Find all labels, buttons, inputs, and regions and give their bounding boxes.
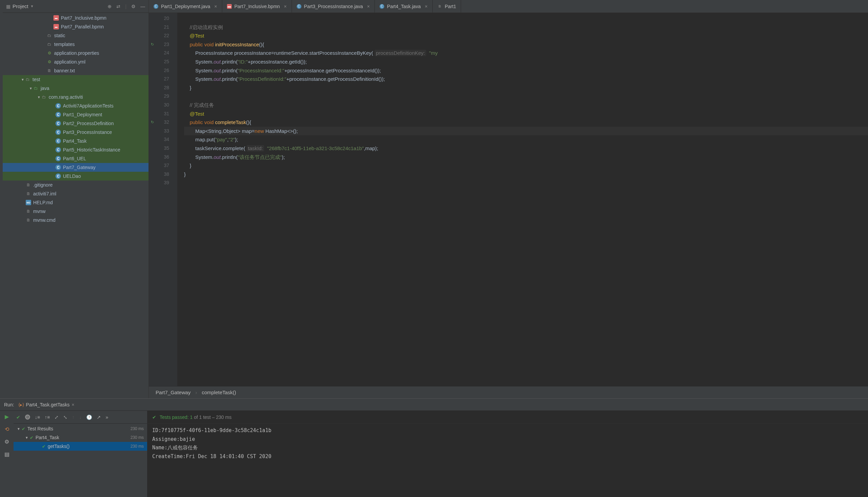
- tree-item[interactable]: CPart3_ProcessInstance: [3, 128, 149, 137]
- tree-item[interactable]: CActiviti7ApplicationTests: [3, 101, 149, 110]
- toggle-icon[interactable]: ⟲: [5, 426, 9, 432]
- editor-tab[interactable]: CPart3_ProcessInstance.java×: [292, 0, 375, 13]
- layout-icon[interactable]: ▤: [4, 451, 10, 457]
- close-icon[interactable]: ×: [367, 4, 370, 9]
- more-icon[interactable]: »: [106, 414, 108, 420]
- tests-info-label: of 1 test – 230 ms: [193, 414, 232, 420]
- test-tree-item[interactable]: ▼✔Part4_Task230 ms: [14, 433, 147, 442]
- tree-item[interactable]: 🗎mvnw.cmd: [3, 216, 149, 225]
- sort-down-icon[interactable]: ↓≡: [35, 414, 40, 420]
- tree-item[interactable]: 🗎mvnw: [3, 207, 149, 216]
- prev-icon[interactable]: ↑: [72, 414, 74, 420]
- rerun-icon[interactable]: ▶: [5, 413, 9, 420]
- gear-icon[interactable]: ⚙: [131, 4, 136, 9]
- tab-label: Part4_Task.java: [387, 4, 421, 9]
- tree-item[interactable]: ▼🗀java: [3, 84, 149, 93]
- run-panel: Run: ⟨▸⟩ Part4_Task.getTasks × ▶ ⟲ ⚙ ▤ ✔…: [0, 398, 868, 497]
- test-item-time: 230 ms: [130, 435, 144, 440]
- run-tab-label: Part4_Task.getTasks: [26, 402, 70, 408]
- chevron-icon: ▼: [37, 95, 41, 99]
- code-line: Map<String,Object> map=new HashMap<>();: [184, 127, 868, 136]
- tree-item[interactable]: 🗀templates: [3, 40, 149, 49]
- run-gutter-icon[interactable]: ↻: [151, 40, 154, 49]
- tree-item-label: Part1_Deployment: [63, 112, 102, 117]
- tree-item-label: Part3_ProcessInstance: [63, 129, 112, 135]
- code-line: System.out.println("ID:"+processInstance…: [184, 57, 868, 66]
- collapse-all-icon[interactable]: ⤡: [63, 414, 67, 420]
- minimize-icon[interactable]: —: [140, 4, 145, 9]
- editor-tab[interactable]: 🗎Part1: [433, 0, 461, 13]
- tree-item[interactable]: ▼🗀com.rang.activiti: [3, 93, 149, 101]
- close-icon[interactable]: ×: [72, 402, 74, 408]
- tree-item[interactable]: CPart6_UEL: [3, 154, 149, 163]
- breadcrumb-item[interactable]: completeTask(): [201, 389, 236, 395]
- next-icon[interactable]: ↓: [79, 414, 82, 420]
- show-passed-icon[interactable]: ✔: [16, 414, 20, 420]
- check-icon: ✔: [152, 414, 156, 420]
- code-line: [184, 179, 868, 187]
- tree-item[interactable]: CPart2_ProcessDefinition: [3, 119, 149, 128]
- expand-all-icon[interactable]: ⤢: [54, 414, 58, 420]
- tree-item-label: Part7_Gateway: [63, 165, 96, 170]
- close-icon[interactable]: ×: [214, 4, 217, 9]
- tree-item[interactable]: ⚙application.properties: [3, 49, 149, 57]
- gutter-line: 36: [149, 153, 177, 161]
- tree-item[interactable]: 🗎.gitignore: [3, 181, 149, 189]
- code-line: ProcessInstance processInstance=runtimeS…: [184, 49, 868, 57]
- code-line: }: [184, 84, 868, 92]
- close-icon[interactable]: ×: [284, 4, 286, 9]
- tree-item[interactable]: 🗎activiti7.iml: [3, 189, 149, 198]
- tree-item[interactable]: ▬Part7_Inclusive.bpmn: [3, 14, 149, 22]
- project-tree[interactable]: ▬Part7_Inclusive.bpmn▬Part7_Parallel.bpm…: [3, 13, 149, 398]
- breadcrumb-item[interactable]: Part7_Gateway: [156, 389, 191, 395]
- test-item-label: Part4_Task: [36, 435, 130, 440]
- console-output[interactable]: ID:7f10775f-40f6-11eb-9dde-3c58c24c1a1b …: [148, 424, 868, 497]
- project-panel: ▦ Project ▼ ⊕ ⇄ | ⚙ — ▬Part7_Inclusive.b…: [3, 0, 149, 398]
- tree-item[interactable]: CPart5_HistoricTaskInstance: [3, 145, 149, 154]
- code-line: System.out.println("ProcessDefinitionId:…: [184, 75, 868, 84]
- tree-item-label: activiti7.iml: [33, 191, 56, 196]
- chevron-icon: ▼: [20, 78, 25, 82]
- tree-item[interactable]: 🗎banner.txt: [3, 66, 149, 75]
- locate-icon[interactable]: ⊕: [108, 4, 112, 9]
- expand-icon[interactable]: ⇄: [116, 4, 121, 9]
- tree-item[interactable]: ▬Part7_Parallel.bpmn: [3, 22, 149, 31]
- check-icon: ✔: [22, 426, 25, 431]
- tree-item[interactable]: MDHELP.md: [3, 198, 149, 207]
- tree-item-label: HELP.md: [33, 200, 53, 205]
- tree-item-label: mvnw.cmd: [33, 217, 55, 223]
- test-tree-item[interactable]: ▼✔Test Results230 ms: [14, 424, 147, 433]
- breadcrumb-sep-icon: ›: [195, 389, 197, 395]
- test-tree[interactable]: ▼✔Test Results230 ms▼✔Part4_Task230 ms✔g…: [14, 424, 147, 497]
- tree-item[interactable]: CPart4_Task: [3, 137, 149, 145]
- gutter-line: 27: [149, 75, 177, 84]
- tree-item[interactable]: CUELDao: [3, 172, 149, 181]
- code-line: @Test: [184, 31, 868, 40]
- tree-item[interactable]: 🗀static: [3, 31, 149, 40]
- code-line: // 完成任务: [184, 101, 868, 110]
- stop-icon[interactable]: ⚙: [4, 439, 9, 445]
- code-line: map.put("pay","2");: [184, 135, 868, 144]
- sort-up-icon[interactable]: ↑≡: [45, 414, 50, 420]
- tree-item[interactable]: CPart7_Gateway: [3, 163, 149, 172]
- project-dropdown-icon[interactable]: ▼: [30, 4, 34, 8]
- run-gutter-icon[interactable]: ↻: [151, 118, 154, 127]
- history-icon[interactable]: 🕐: [86, 414, 92, 420]
- editor-tab[interactable]: CPart1_Deployment.java×: [149, 0, 222, 13]
- run-side-toolbar: ▶ ⟲ ⚙ ▤: [0, 411, 14, 497]
- editor-tab[interactable]: ▬Part7_Inclusive.bpmn×: [222, 0, 292, 13]
- tree-item[interactable]: ▼🗀test: [3, 75, 149, 84]
- export-icon[interactable]: ↗: [97, 414, 101, 420]
- test-tree-item[interactable]: ✔getTasks()230 ms: [14, 442, 147, 451]
- tree-item[interactable]: CPart1_Deployment: [3, 110, 149, 119]
- tree-item-label: Part5_HistoricTaskInstance: [63, 147, 121, 153]
- close-icon[interactable]: ×: [425, 4, 428, 9]
- tree-item[interactable]: ⚙application.yml: [3, 57, 149, 66]
- tab-label: Part1_Deployment.java: [161, 4, 210, 9]
- run-tab[interactable]: ⟨▸⟩ Part4_Task.getTasks ×: [18, 402, 74, 408]
- show-ignored-icon[interactable]: ⊘: [25, 414, 30, 420]
- code-line: System.out.println("ProcessInstanceId:"+…: [184, 66, 868, 75]
- editor-tab[interactable]: CPart4_Task.java×: [375, 0, 433, 13]
- editor-code[interactable]: //启动流程实例 @Test public void initProcessIn…: [177, 13, 868, 386]
- gutter-line: 31: [149, 110, 177, 118]
